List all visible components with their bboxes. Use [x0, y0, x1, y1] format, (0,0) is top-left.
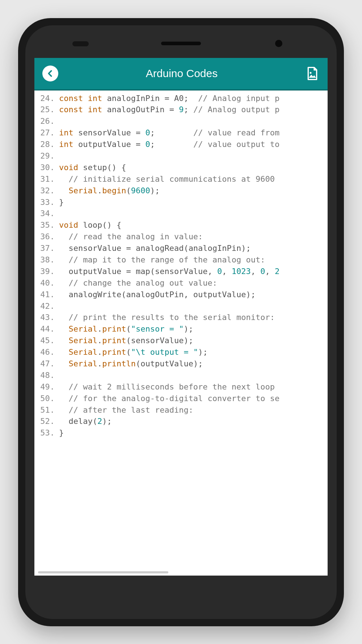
line-content: Serial.print("\t output = ");	[59, 346, 208, 358]
code-lines: 24.const int analogInPin = A0; // Analog…	[37, 93, 328, 439]
line-number: 49.	[37, 381, 59, 393]
line-number: 33.	[37, 197, 59, 208]
line-content: // wait 2 milliseconds before the next l…	[59, 381, 279, 393]
line-number: 37.	[37, 243, 59, 254]
code-line: 44. Serial.print("sensor = ");	[37, 323, 328, 335]
line-number: 26.	[37, 115, 59, 127]
code-line: 42.	[37, 300, 328, 312]
line-content: void loop() {	[59, 219, 121, 231]
line-number: 42.	[37, 300, 59, 312]
code-line: 52. delay(2);	[37, 416, 328, 427]
line-content: // change the analog out value:	[59, 277, 217, 289]
line-content: delay(2);	[59, 416, 112, 427]
code-line: 50. // for the analog-to-digital convert…	[37, 393, 328, 404]
code-line: 48.	[37, 370, 328, 381]
code-line: 33.}	[37, 197, 328, 208]
line-content: }	[59, 197, 64, 208]
line-content: // for the analog-to-digital converter t…	[59, 393, 279, 404]
line-number: 44.	[37, 323, 59, 335]
code-line: 27.int sensorValue = 0; // value read fr…	[37, 127, 328, 139]
line-number: 27.	[37, 127, 59, 139]
code-line: 24.const int analogInPin = A0; // Analog…	[37, 93, 328, 104]
phone-sensors	[72, 41, 89, 46]
code-line: 38. // map it to the range of the analog…	[37, 254, 328, 266]
code-line: 29.	[37, 150, 328, 162]
code-viewer[interactable]: 24.const int analogInPin = A0; // Analog…	[34, 91, 328, 576]
line-content: }	[59, 427, 64, 439]
code-line: 30.void setup() {	[37, 162, 328, 173]
phone-frame: Arduino Codes 24.const int analogInPin =…	[18, 18, 344, 626]
code-line: 35.void loop() {	[37, 219, 328, 231]
code-line: 51. // after the last reading:	[37, 404, 328, 416]
image-file-icon	[305, 66, 320, 81]
code-line: 53.}	[37, 427, 328, 439]
code-line: 40. // change the analog out value:	[37, 277, 328, 289]
image-button[interactable]	[305, 66, 320, 81]
line-number: 40.	[37, 277, 59, 289]
code-line: 47. Serial.println(outputValue);	[37, 358, 328, 370]
line-content: // read the analog in value:	[59, 231, 203, 243]
line-number: 29.	[37, 150, 59, 162]
line-number: 48.	[37, 370, 59, 381]
line-number: 47.	[37, 358, 59, 370]
code-line: 31. // initialize serial communications …	[37, 173, 328, 185]
code-line: 41. analogWrite(analogOutPin, outputValu…	[37, 289, 328, 300]
line-number: 35.	[37, 219, 59, 231]
line-content: // print the results to the serial monit…	[59, 312, 275, 323]
line-number: 31.	[37, 173, 59, 185]
line-content: // initialize serial communications at 9…	[59, 173, 279, 185]
chevron-left-icon	[46, 70, 54, 77]
line-number: 45.	[37, 335, 59, 346]
line-number: 41.	[37, 289, 59, 300]
phone-speaker	[161, 42, 201, 45]
line-content: Serial.println(outputValue);	[59, 358, 203, 370]
line-content: Serial.print("sensor = ");	[59, 323, 193, 335]
line-number: 30.	[37, 162, 59, 173]
line-number: 24.	[37, 93, 59, 104]
code-line: 28.int outputValue = 0; // value output …	[37, 139, 328, 150]
code-line: 43. // print the results to the serial m…	[37, 312, 328, 323]
code-line: 36. // read the analog in value:	[37, 231, 328, 243]
line-content: void setup() {	[59, 162, 126, 173]
horizontal-scrollbar[interactable]	[38, 571, 168, 573]
line-number: 32.	[37, 185, 59, 197]
line-number: 51.	[37, 404, 59, 416]
line-number: 25.	[37, 104, 59, 115]
line-content: // after the last reading:	[59, 404, 193, 416]
line-number: 34.	[37, 208, 59, 219]
phone-bezel: Arduino Codes 24.const int analogInPin =…	[25, 25, 337, 619]
app-screen: Arduino Codes 24.const int analogInPin =…	[34, 58, 328, 576]
line-number: 46.	[37, 346, 59, 358]
code-line: 45. Serial.print(sensorValue);	[37, 335, 328, 346]
line-content: int outputValue = 0; // value output to	[59, 139, 279, 150]
code-line: 32. Serial.begin(9600);	[37, 185, 328, 197]
line-content: Serial.print(sensorValue);	[59, 335, 193, 346]
line-number: 36.	[37, 231, 59, 243]
code-line: 49. // wait 2 milliseconds before the ne…	[37, 381, 328, 393]
line-content: const int analogOutPin = 9; // Analog ou…	[59, 104, 279, 115]
app-header: Arduino Codes	[34, 58, 328, 91]
line-number: 50.	[37, 393, 59, 404]
line-number: 53.	[37, 427, 59, 439]
page-title: Arduino Codes	[146, 67, 218, 80]
back-button[interactable]	[42, 66, 58, 81]
code-line: 25.const int analogOutPin = 9; // Analog…	[37, 104, 328, 115]
line-content: const int analogInPin = A0; // Analog in…	[59, 93, 279, 104]
line-number: 39.	[37, 266, 59, 277]
line-number: 38.	[37, 254, 59, 266]
code-line: 46. Serial.print("\t output = ");	[37, 346, 328, 358]
code-line: 37. sensorValue = analogRead(analogInPin…	[37, 243, 328, 254]
svg-point-0	[310, 72, 312, 74]
line-content: sensorValue = analogRead(analogInPin);	[59, 243, 251, 254]
code-line: 34.	[37, 208, 328, 219]
line-content: outputValue = map(sensorValue, 0, 1023, …	[59, 266, 279, 277]
line-number: 28.	[37, 139, 59, 150]
code-line: 26.	[37, 115, 328, 127]
code-line: 39. outputValue = map(sensorValue, 0, 10…	[37, 266, 328, 277]
line-number: 52.	[37, 416, 59, 427]
phone-camera	[275, 40, 282, 47]
line-content: analogWrite(analogOutPin, outputValue);	[59, 289, 256, 300]
line-content: Serial.begin(9600);	[59, 185, 160, 197]
line-content: int sensorValue = 0; // value read from	[59, 127, 279, 139]
line-number: 43.	[37, 312, 59, 323]
